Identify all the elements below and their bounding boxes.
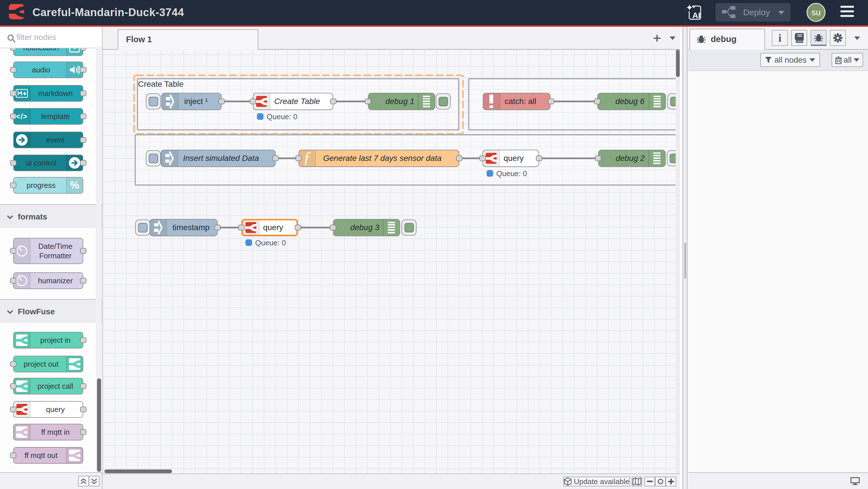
svg-text:AI: AI xyxy=(692,11,701,20)
